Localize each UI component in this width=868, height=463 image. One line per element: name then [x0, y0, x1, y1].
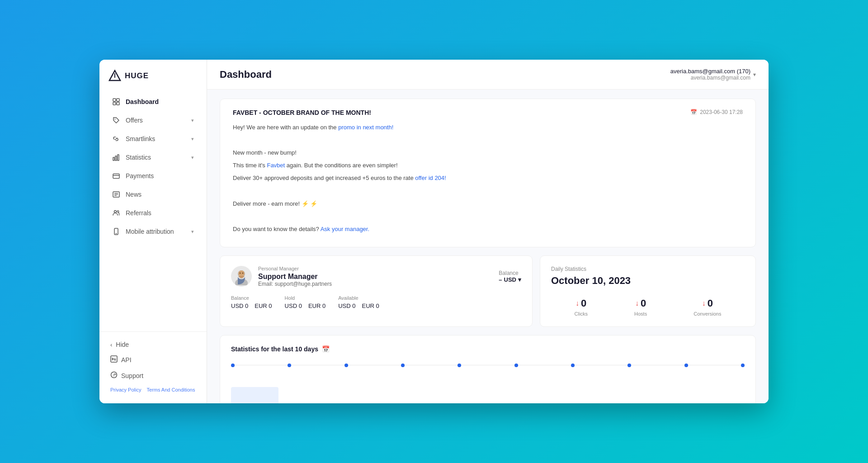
chart-dot [514, 364, 518, 367]
user-info: averia.bams@gmail.com (170) averia.bams@… [670, 68, 750, 81]
favbet-link[interactable]: Favbet [267, 162, 285, 169]
sidebar-item-statistics[interactable]: Statistics ▾ [103, 148, 203, 166]
daily-stats-card: Daily Statistics October 10, 2023 ↓ 0 Cl… [540, 255, 756, 327]
manager-role-label: Personal Manager [258, 266, 332, 271]
dot-line [518, 365, 571, 365]
svg-rect-8 [115, 156, 117, 161]
balance-values: USD 0 EUR 0 [231, 302, 272, 309]
dot-line [348, 365, 401, 365]
nav: Dashboard Offers ▾ Smartlinks ▾ [99, 90, 207, 331]
dot-line [235, 365, 288, 365]
available-values: USD 0 EUR 0 [338, 302, 379, 309]
sidebar-item-smartlinks[interactable]: Smartlinks ▾ [103, 130, 203, 148]
news-line-2 [233, 135, 743, 145]
sidebar-item-news[interactable]: News [103, 185, 203, 203]
calendar-icon: 📅 [690, 109, 697, 115]
svg-point-6 [115, 119, 116, 120]
chart-dot [458, 364, 461, 367]
chart-dot [231, 364, 235, 367]
news-line-4: This time it's Favbet again. But the con… [233, 161, 743, 170]
available-usd: USD 0 [338, 302, 355, 309]
main-scrollable: FAVBET - OCTOBER BRAND OF THE MONTH! 📅 2… [207, 90, 769, 403]
stats-metrics: ↓ 0 Clicks ↓ 0 Hosts [551, 298, 745, 317]
news-line-5: Deliver 30+ approved deposits and get in… [233, 173, 743, 183]
hide-label: Hide [116, 341, 129, 348]
support-icon [110, 371, 118, 380]
chart-area [231, 371, 745, 403]
users-icon [112, 209, 120, 217]
svg-point-22 [113, 376, 114, 377]
svg-rect-4 [113, 102, 116, 105]
balance-group-available: Available USD 0 EUR 0 [338, 295, 379, 309]
offer-link[interactable]: offer id 204! [415, 175, 446, 181]
sidebar-item-mobile-attribution[interactable]: Mobile attribution ▾ [103, 222, 203, 241]
sidebar-item-label: Mobile attribution [126, 228, 174, 235]
svg-point-17 [117, 211, 119, 213]
manager-link[interactable]: Ask your manager. [321, 226, 369, 232]
tag-icon [112, 116, 120, 124]
sidebar-item-offers[interactable]: Offers ▾ [103, 111, 203, 129]
credit-card-icon [112, 172, 120, 180]
chart-dot [344, 364, 348, 367]
smartphone-icon [112, 227, 120, 236]
balance-currency-section: Balance – USD ▾ [499, 270, 521, 283]
available-eur: EUR 0 [362, 302, 379, 309]
stats-section: Statistics for the last 10 days 📅 [220, 335, 756, 403]
hold-usd: USD 0 [285, 302, 302, 309]
manager-avatar [231, 266, 252, 287]
clicks-value: 0 [581, 298, 586, 309]
manager-name: Support Manager [258, 273, 332, 281]
currency-selector[interactable]: – USD ▾ [499, 276, 521, 283]
chevron-down-icon: ▾ [191, 118, 194, 123]
chevron-left-icon: ‹ [110, 341, 112, 348]
chart-dot [288, 364, 291, 367]
promo-link[interactable]: promo in next month! [338, 124, 393, 131]
terms-conditions-link[interactable]: Terms And Conditions [146, 387, 195, 392]
chevron-down-icon: ▾ [191, 229, 194, 235]
calendar-icon: 📅 [322, 345, 330, 353]
support-button[interactable]: Support [105, 368, 201, 383]
svg-point-26 [240, 273, 241, 274]
chart-dot [741, 364, 745, 367]
page-title: Dashboard [220, 69, 272, 80]
sidebar-item-dashboard[interactable]: Dashboard [103, 93, 203, 111]
news-line-1: Hey! We are here with an update on the p… [233, 123, 743, 132]
balance-group-hold: Hold USD 0 EUR 0 [285, 295, 326, 309]
sidebar-item-payments[interactable]: Payments [103, 167, 203, 185]
chevron-down-icon: ▾ [191, 136, 194, 142]
link-icon [112, 135, 120, 143]
main-content-area: Dashboard averia.bams@gmail.com (170) av… [207, 60, 769, 403]
hold-values: USD 0 EUR 0 [285, 302, 326, 309]
sidebar-item-referrals[interactable]: Referrals [103, 204, 203, 222]
news-date: 📅 2023-06-30 17:28 [690, 109, 743, 115]
dot-line [575, 365, 627, 365]
newspaper-icon [112, 190, 120, 198]
sidebar-item-label: Smartlinks [126, 135, 155, 142]
privacy-policy-link[interactable]: Privacy Policy [110, 387, 141, 392]
news-card: FAVBET - OCTOBER BRAND OF THE MONTH! 📅 2… [220, 99, 756, 247]
metric-hosts: ↓ 0 Hosts [634, 298, 647, 317]
chart-bar-group [231, 387, 278, 403]
avatar-image [232, 267, 250, 285]
currency-value: USD [504, 276, 516, 283]
manager-card: Personal Manager Support Manager Email: … [220, 255, 533, 327]
chevron-down-icon: ▾ [191, 155, 194, 161]
logo: HUGE [99, 60, 207, 90]
sidebar-item-label: Offers [126, 117, 143, 124]
user-menu[interactable]: averia.bams@gmail.com (170) averia.bams@… [670, 68, 756, 81]
conversions-arrow-icon: ↓ [702, 300, 706, 307]
hosts-value: 0 [641, 298, 646, 309]
user-chevron-icon: ▾ [753, 71, 756, 78]
svg-point-16 [114, 211, 117, 213]
hosts-label: Hosts [634, 311, 647, 317]
balance-group-balance: Balance USD 0 EUR 0 [231, 295, 272, 309]
metric-conversions: ↓ 0 Conversions [693, 298, 721, 317]
hide-button[interactable]: ‹ Hide [105, 337, 201, 352]
api-button[interactable]: API [105, 352, 201, 368]
news-line-8 [233, 212, 743, 222]
svg-rect-9 [118, 155, 119, 161]
chart-dot [684, 364, 688, 367]
news-line-6 [233, 186, 743, 196]
balance-group-label: Balance [231, 295, 272, 301]
dot-line [688, 365, 741, 365]
